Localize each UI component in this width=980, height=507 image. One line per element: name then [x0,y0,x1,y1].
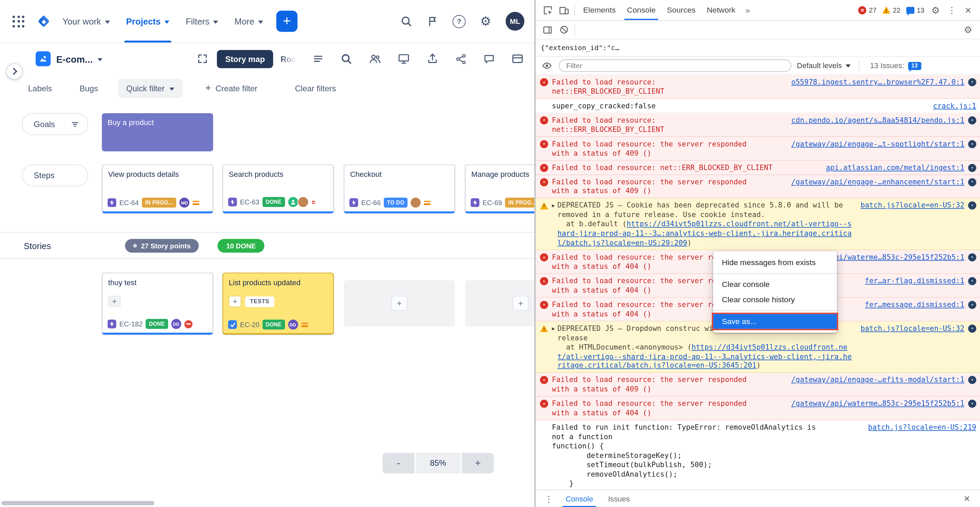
goal-card[interactable]: Buy a product [102,113,213,151]
tab-network[interactable]: Network [701,0,741,20]
insight-icon[interactable] [968,140,976,148]
inspect-element-icon[interactable] [539,2,556,18]
source-location-link[interactable]: /gateway/api/waterme…853c-295e15f252b5:1 [791,399,964,408]
add-card-button[interactable]: + [391,296,407,311]
label-chip[interactable]: TESTS [245,296,274,307]
device-toolbar-icon[interactable] [556,2,572,18]
source-location-link[interactable]: api.atlassian.com/metal/ingest:1 [826,163,964,172]
nav-your-work[interactable]: Your work [58,0,115,43]
message-inline-link[interactable]: https://d34ivt5p01lzzs.cloudfront.net/at… [557,220,852,247]
console-filter-input[interactable] [559,59,791,72]
board-search-icon[interactable] [340,53,352,65]
tab-sources[interactable]: Sources [661,0,701,20]
menu-item-clear-console-history[interactable]: Clear console history [713,292,837,307]
source-location-link[interactable]: /gateway/api/engage-…efits-modal/start:1 [791,375,964,385]
insight-icon[interactable] [968,400,976,408]
story-map-button[interactable]: Story map [217,50,273,68]
insight-icon[interactable] [968,78,976,86]
insight-icon[interactable] [968,277,976,285]
step-card[interactable]: Checkout EC-66 TO DO [344,164,455,213]
add-icon[interactable]: + [108,296,121,307]
create-button[interactable]: + [276,11,297,32]
insight-icon[interactable] [968,376,976,384]
project-name[interactable]: E-com... [56,54,92,64]
quick-filter-button[interactable]: Quick filter [118,78,183,98]
chevron-down-icon[interactable] [98,58,103,61]
user-avatar[interactable]: ML [506,12,524,31]
nav-more[interactable]: More [230,0,268,43]
nav-filters[interactable]: Filters [181,0,222,43]
roadmap-tab-partial[interactable]: Roa [281,54,296,64]
search-icon[interactable] [400,15,413,28]
horizontal-scrollbar[interactable] [2,501,154,505]
insight-icon[interactable] [968,178,976,186]
tab-elements[interactable]: Elements [578,0,621,20]
jira-logo[interactable] [37,14,50,28]
insight-icon[interactable] [968,253,976,261]
drawer-menu-icon[interactable]: ⋮ [541,491,557,506]
share-icon[interactable] [455,53,466,65]
menu-item-clear-console[interactable]: Clear console [713,277,837,292]
steps-lane-pill[interactable]: Steps [22,164,88,187]
comment-icon[interactable] [483,53,495,65]
story-card-selected[interactable]: List products updated + TESTS EC-20 DONE… [222,273,334,335]
step-card[interactable]: Search products EC-63 DONE « [222,164,334,213]
source-location-link[interactable]: o55978.ingest.sentry….browser%2F7.47.0:1 [791,78,964,87]
add-icon[interactable]: + [229,296,242,307]
add-card-button[interactable]: + [512,296,529,311]
source-location-link[interactable]: /gateway/api/engage-…enhancement/start:1 [791,177,964,187]
insight-icon[interactable] [968,324,976,333]
source-location-link[interactable]: /gateway/api/engage-…t-spotlight/start:1 [791,139,964,148]
zoom-in-button[interactable]: + [462,453,494,474]
menu-item-hide-messages[interactable]: Hide messages from exists [713,255,837,270]
insight-icon[interactable] [968,164,976,172]
source-location-link[interactable]: cdn.pendo.io/agent/s…8aa54814/pendo.js:1 [791,115,964,125]
card-layout-icon[interactable] [511,53,524,65]
create-filter-button[interactable]: +Create filter [205,83,258,93]
settings-gear-icon[interactable]: ⚙ [480,15,492,28]
menu-item-save-as[interactable]: Save as... [713,314,837,329]
error-count-icon[interactable] [858,6,867,14]
nav-projects[interactable]: Projects [122,0,173,43]
filter-bugs[interactable]: Bugs [80,83,98,93]
console-sidebar-icon[interactable] [539,22,556,37]
filter-labels[interactable]: Labels [28,83,52,93]
project-avatar-icon[interactable] [36,51,51,67]
people-icon[interactable] [368,53,381,65]
goals-lane-pill[interactable]: Goals [22,113,88,135]
insight-icon[interactable] [968,116,976,124]
export-icon[interactable] [426,53,439,65]
help-icon[interactable]: ? [453,14,466,28]
expand-arrow-icon[interactable]: ▶ [552,203,555,209]
zoom-out-button[interactable]: - [382,453,414,474]
insight-icon[interactable] [968,202,976,210]
drawer-close-icon[interactable]: ✕ [959,491,975,506]
insight-icon[interactable] [968,301,976,309]
source-location-link[interactable]: fer…message.dismissed:1 [865,300,964,309]
log-levels-dropdown[interactable]: Default levels [797,61,851,70]
sidebar-expand-button[interactable] [6,63,22,80]
drawer-tab-issues[interactable]: Issues [602,490,636,507]
message-count-icon[interactable] [906,6,914,13]
filter-funnel-icon[interactable] [70,120,80,128]
console-settings-icon[interactable]: ⚙ [960,22,976,37]
devtools-close-icon[interactable]: ✕ [960,2,976,18]
devtools-menu-icon[interactable]: ⋮ [944,2,960,18]
fullscreen-icon[interactable] [198,54,208,64]
source-location-link[interactable]: batch.js?locale=en-US:32 [861,324,964,333]
source-location-link[interactable]: batch.js?locale=en-US:32 [861,201,964,210]
source-location-link[interactable]: crack.js:1 [933,101,976,110]
expand-arrow-icon[interactable]: ▶ [552,326,555,332]
step-card[interactable]: Manage products EC-69 IN PROG... [465,164,535,213]
message-inline-link[interactable]: https://d34ivt5p01lzzs.cloudfront.net/at… [557,343,852,370]
story-card[interactable]: thuy test + EC-182 DONE DD [102,273,213,335]
drawer-tab-console[interactable]: Console [560,490,600,507]
source-location-link[interactable]: batch.js?locale=en-US:219 [868,423,976,432]
issues-counter[interactable]: 13 Issues: 13 [870,61,921,70]
more-tabs-icon[interactable]: » [741,5,754,15]
clear-console-icon[interactable] [556,22,572,37]
live-expression-eye-icon[interactable] [541,58,553,73]
source-location-link[interactable]: fer…ar-flag.dismissed:1 [865,276,964,285]
warning-count-icon[interactable] [882,6,891,14]
live-expression-row[interactable]: {"extension_id":"c… [536,40,980,57]
